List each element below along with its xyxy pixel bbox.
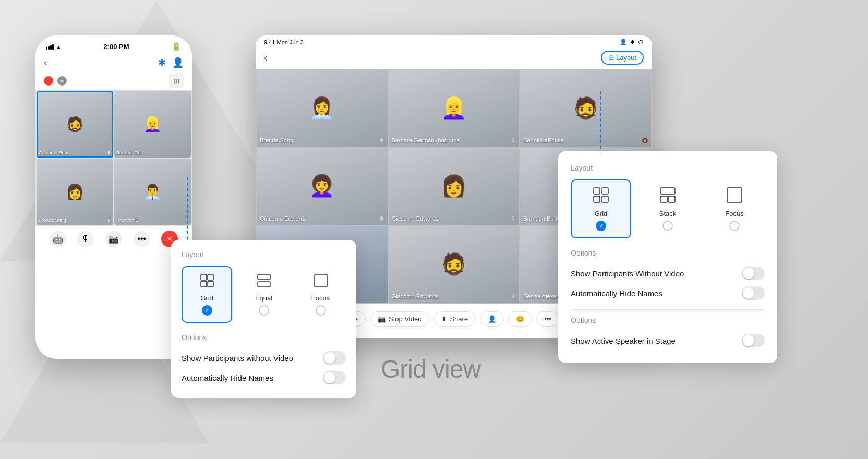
tablet-toggle-speaker[interactable]	[742, 334, 765, 347]
svg-rect-2	[201, 281, 207, 287]
phone-equal-radio[interactable]	[259, 305, 269, 316]
tablet-focus-icon	[726, 187, 743, 207]
tablet-grid-icon	[593, 187, 609, 207]
tablet-share-btn[interactable]: ⬆ Share	[433, 311, 476, 327]
tablet-dashed-connector	[600, 91, 601, 154]
phone-focus-radio[interactable]	[316, 305, 326, 316]
phone-edit-btn[interactable]: ✏	[57, 76, 67, 86]
popup-divider	[571, 309, 765, 310]
tablet-layout-button[interactable]: ⊞ Layout	[601, 51, 644, 65]
phone-device: ▲ 2:00 PM 🔋 ‹ ✱ 👤 ✏ ⊞ 🧔 Giacomo Edw... 🎙…	[35, 35, 192, 359]
phone-participant-name-4: Brandon B	[116, 218, 189, 223]
svg-rect-5	[258, 282, 270, 287]
phone-nav-bar: ‹ ✱ 👤	[35, 55, 192, 71]
tablet-grid-radio[interactable]	[596, 221, 606, 231]
phone-options-title: Options	[182, 333, 346, 342]
phone-grid-radio[interactable]	[202, 305, 212, 316]
tablet-time: 9:41 Mon Jun 3	[264, 39, 304, 45]
phone-focus-label: Focus	[311, 294, 330, 302]
phone-mic-icon-3: 🎙	[107, 218, 111, 223]
svg-rect-11	[660, 188, 675, 194]
phone-layout-option-equal[interactable]: Equal	[238, 266, 289, 323]
tablet-grid-label: Grid	[595, 210, 608, 218]
phone-mic-icon-1: 🎙	[107, 151, 111, 155]
tablet-cell-giacomo3: 🧔 Giacomo Edwards 🎙	[389, 226, 520, 303]
tablet-toggle-names[interactable]	[742, 286, 765, 300]
participants-icon: 👤	[488, 315, 496, 323]
tablet-mic-benoit: 🔇	[642, 138, 648, 143]
tablet-options-title-1: Options	[571, 249, 765, 257]
phone-layout-popup: Layout Grid Equal	[171, 240, 356, 398]
tablet-cell-giacomo1: 👩‍🦱 Giacomo Edwards 🎙	[257, 148, 388, 224]
tablet-cell-name-brenda: Brenda Song	[260, 137, 293, 143]
phone-camera-btn[interactable]: 📷	[105, 231, 122, 247]
tablet-participants-btn[interactable]: 👤	[480, 311, 504, 327]
phone-participant-name-1: Giacomo Edw...	[39, 150, 111, 155]
tablet-layout-option-stack[interactable]: Stack	[637, 179, 698, 238]
more-icon: •••	[544, 315, 551, 323]
tablet-popup-title: Layout	[571, 164, 765, 172]
tablet-cell-benoit: 🧔 Benoit LaPointe 🔇	[520, 70, 651, 147]
svg-rect-8	[602, 188, 608, 194]
phone-video-cell-1: 🧔 Giacomo Edw... 🎙	[37, 91, 113, 158]
svg-rect-12	[660, 196, 667, 202]
tablet-cell-giacomo2: 👩 Giacomo Edwards 🎙	[389, 148, 520, 224]
phone-option-row-2: Automatically Hide Names	[182, 368, 346, 388]
phone-red-circle	[44, 76, 53, 86]
phone-participant-name-3: Brenda Song	[39, 218, 111, 223]
phone-battery: 🔋	[171, 42, 182, 52]
svg-rect-7	[594, 188, 600, 194]
tablet-cell-barbara: 👱‍♀️ Barbara German (host, me) 🎙	[389, 70, 520, 147]
tablet-toggle-participants[interactable]	[742, 267, 765, 280]
tablet-cell-brenda: 👩‍💼 Brenda Song 🎙	[257, 70, 388, 147]
tablet-layout-option-grid[interactable]: Grid	[571, 179, 631, 238]
tablet-mic-brenda: 🎙	[379, 138, 384, 143]
svg-rect-9	[594, 196, 600, 202]
svg-rect-14	[727, 188, 742, 202]
tablet-back-button[interactable]: ‹	[264, 52, 268, 64]
person-icon[interactable]: 👤	[172, 57, 184, 68]
tablet-option-row-2: Automatically Hide Names	[571, 283, 765, 303]
bluetooth-icon: ✱	[158, 57, 166, 68]
phone-popup-title: Layout	[182, 250, 346, 259]
phone-back-button[interactable]: ‹	[44, 57, 47, 68]
phone-layout-option-grid[interactable]: Grid	[182, 266, 232, 323]
tablet-reactions-btn[interactable]: 😊	[508, 311, 532, 327]
tablet-option-row-3: Show Active Speaker in Stage	[571, 331, 765, 351]
wifi-icon: ▲	[56, 44, 62, 50]
svg-rect-3	[208, 281, 213, 287]
phone-controls-bar: ✏ ⊞	[35, 71, 192, 90]
svg-rect-13	[668, 196, 675, 202]
phone-more-btn[interactable]: •••	[134, 231, 150, 247]
phone-layout-button[interactable]: ⊞	[169, 74, 184, 88]
phone-toggle-names[interactable]	[323, 371, 346, 384]
tablet-more-btn[interactable]: •••	[536, 311, 559, 327]
tablet-layout-options: Grid Stack Focus	[571, 179, 765, 238]
video-icon: 📷	[378, 315, 386, 323]
phone-bot-icon[interactable]: 🤖	[50, 231, 66, 247]
tablet-stopvideo-btn[interactable]: 📷 Stop Video	[370, 311, 429, 327]
phone-participant-name-2: Barbara Ger...	[116, 150, 189, 155]
tablet-stack-radio[interactable]	[662, 221, 673, 231]
share-icon: ⬆	[441, 315, 447, 323]
tablet-cell-name-brandon: Brandon Burke	[523, 215, 561, 222]
phone-option-label-2: Automatically Hide Names	[182, 373, 273, 382]
phone-toggle-participants[interactable]	[323, 351, 346, 365]
phone-mic-btn[interactable]: 🎙	[77, 231, 94, 247]
tablet-focus-radio[interactable]	[729, 221, 740, 231]
tablet-mic-giacomo3: 🎙	[511, 294, 516, 299]
phone-bottom-toolbar: 🤖 🎙 📷 ••• ✕	[35, 226, 192, 251]
svg-rect-6	[315, 274, 327, 287]
tablet-focus-label: Focus	[725, 210, 743, 218]
tablet-cell-name-benoit: Benoit LaPointe	[523, 137, 564, 143]
tablet-cell-name-giacomo3: Giacomo Edwards	[392, 293, 439, 299]
tablet-option-label-participants: Show Participants Without Video	[571, 269, 684, 278]
tablet-nav-right: ⊞ Layout	[601, 51, 644, 65]
phone-option-label-1: Show Participants without Video	[182, 354, 293, 363]
phone-layout-options: Grid Equal Focus	[182, 266, 346, 323]
tablet-layout-grid-icon: ⊞	[608, 54, 614, 62]
tablet-layout-option-focus[interactable]: Focus	[704, 179, 765, 238]
tablet-status-icons: 👤 ✱ ⏱	[620, 39, 644, 45]
tablet-mic-giacomo2: 🎙	[511, 216, 516, 222]
phone-layout-option-focus[interactable]: Focus	[295, 266, 346, 323]
